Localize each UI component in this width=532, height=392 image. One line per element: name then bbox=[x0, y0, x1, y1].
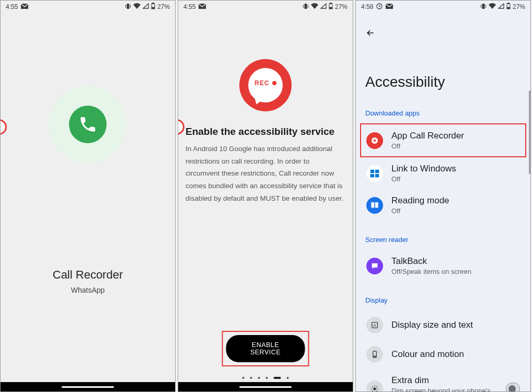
svg-rect-33 bbox=[374, 356, 376, 356]
onboarding-body: In Android 10 Google has introduced addi… bbox=[183, 143, 348, 204]
item-title: Reading mode bbox=[391, 195, 449, 206]
status-bar: 4:58 27% bbox=[356, 1, 530, 12]
phone-screen-2: 4:55 27% REC Enable the accessibility se… bbox=[178, 0, 353, 392]
status-bar: 4:55 27% bbox=[178, 1, 353, 12]
item-display-size[interactable]: A Display size and text bbox=[363, 310, 523, 340]
battery-pct: 27% bbox=[157, 3, 170, 10]
talkback-icon bbox=[366, 258, 383, 274]
vibrate-icon bbox=[480, 3, 487, 11]
back-icon[interactable] bbox=[365, 31, 376, 40]
item-title: Extra dim bbox=[391, 375, 498, 386]
svg-rect-5 bbox=[152, 3, 154, 4]
navigation-bar[interactable] bbox=[1, 382, 175, 391]
call-icon-background bbox=[49, 85, 127, 164]
section-downloaded-apps: Downloaded apps bbox=[363, 109, 523, 117]
section-display: Display bbox=[363, 296, 523, 304]
mail-icon bbox=[199, 3, 206, 10]
record-bubble-peek[interactable] bbox=[0, 119, 7, 135]
svg-rect-25 bbox=[375, 169, 379, 172]
svg-rect-9 bbox=[303, 5, 304, 8]
item-title: Colour and motion bbox=[391, 349, 464, 360]
svg-rect-12 bbox=[330, 3, 331, 4]
signal-icon bbox=[320, 3, 327, 10]
svg-rect-6 bbox=[152, 7, 154, 9]
app-subtitle: WhatsApp bbox=[71, 286, 105, 294]
vibrate-icon bbox=[303, 3, 309, 11]
item-link-to-windows[interactable]: Link to Windows Off bbox=[363, 157, 523, 189]
section-screen-reader: Screen reader bbox=[363, 236, 523, 244]
item-subtitle: Off bbox=[391, 175, 456, 183]
item-title: App Call Recorder bbox=[391, 131, 464, 141]
item-title: TalkBack bbox=[391, 256, 471, 267]
scrollbar[interactable] bbox=[529, 90, 530, 174]
status-time: 4:58 bbox=[361, 3, 373, 10]
phone-screen-1: 4:55 27% Call Re bbox=[0, 0, 176, 392]
svg-rect-18 bbox=[485, 5, 486, 8]
svg-rect-8 bbox=[304, 4, 307, 9]
svg-rect-29 bbox=[376, 203, 377, 204]
wifi-icon bbox=[311, 3, 318, 10]
signal-icon bbox=[143, 3, 149, 10]
app-logo: REC bbox=[239, 59, 292, 111]
battery-icon bbox=[506, 3, 511, 11]
enable-service-button[interactable]: ENABLE SERVICE bbox=[226, 335, 305, 362]
item-title: Link to Windows bbox=[391, 164, 456, 174]
status-bar: 4:55 27% bbox=[1, 1, 175, 12]
svg-rect-28 bbox=[372, 203, 374, 204]
item-reading-mode[interactable]: Reading mode Off bbox=[363, 189, 523, 221]
svg-rect-24 bbox=[371, 169, 374, 172]
svg-line-41 bbox=[372, 390, 373, 391]
reading-mode-icon bbox=[366, 197, 383, 214]
signal-icon bbox=[498, 3, 504, 10]
colour-motion-icon bbox=[366, 346, 383, 363]
item-talkback[interactable]: TalkBack Off/Speak items on screen bbox=[363, 250, 523, 282]
battery-pct: 27% bbox=[513, 3, 525, 10]
page-title: Accessibility bbox=[363, 74, 523, 90]
svg-rect-3 bbox=[130, 5, 131, 8]
battery-pct: 27% bbox=[335, 3, 348, 10]
svg-rect-27 bbox=[375, 174, 379, 177]
svg-rect-1 bbox=[126, 4, 129, 9]
svg-rect-21 bbox=[507, 7, 510, 9]
onboarding-heading: Enable the accessibility service bbox=[183, 126, 337, 137]
svg-line-42 bbox=[376, 386, 377, 387]
rec-label: REC bbox=[255, 79, 269, 87]
svg-rect-10 bbox=[308, 5, 308, 8]
page-indicator bbox=[242, 377, 289, 379]
svg-rect-26 bbox=[371, 174, 374, 177]
svg-rect-16 bbox=[482, 4, 484, 9]
svg-point-23 bbox=[374, 139, 376, 142]
item-colour-motion[interactable]: Colour and motion bbox=[363, 340, 523, 369]
mail-icon bbox=[21, 3, 28, 10]
mail-icon bbox=[386, 3, 393, 10]
clock-icon bbox=[376, 3, 383, 11]
app-call-recorder-icon bbox=[366, 132, 383, 149]
wifi-icon bbox=[489, 3, 496, 10]
wifi-icon bbox=[133, 3, 141, 10]
link-to-windows-icon bbox=[366, 165, 383, 182]
record-dot-icon bbox=[272, 81, 276, 85]
item-app-call-recorder[interactable]: App Call Recorder Off bbox=[360, 123, 526, 157]
item-extra-dim[interactable]: Extra dim Dim screen beyond your phone's… bbox=[363, 369, 523, 392]
svg-rect-13 bbox=[329, 7, 332, 9]
battery-icon bbox=[329, 3, 333, 11]
item-subtitle: Dim screen beyond your phone's minimum b… bbox=[391, 387, 498, 392]
navigation-bar[interactable] bbox=[178, 382, 353, 391]
vibrate-icon bbox=[125, 3, 131, 11]
status-time: 4:55 bbox=[6, 3, 18, 10]
extra-dim-toggle[interactable] bbox=[506, 383, 520, 392]
svg-line-40 bbox=[376, 390, 377, 391]
svg-rect-2 bbox=[125, 5, 126, 8]
item-subtitle: Off/Speak items on screen bbox=[391, 268, 471, 275]
svg-line-39 bbox=[372, 386, 373, 387]
item-subtitle: Off bbox=[391, 142, 464, 150]
svg-text:A: A bbox=[373, 323, 376, 328]
item-title: Display size and text bbox=[391, 320, 473, 330]
highlight-box: ENABLE SERVICE bbox=[222, 331, 309, 366]
item-subtitle: Off bbox=[391, 207, 449, 215]
display-size-icon: A bbox=[366, 317, 383, 333]
svg-rect-17 bbox=[481, 5, 481, 8]
extra-dim-icon bbox=[366, 381, 383, 392]
phone-icon bbox=[69, 106, 107, 143]
svg-rect-20 bbox=[507, 3, 509, 4]
